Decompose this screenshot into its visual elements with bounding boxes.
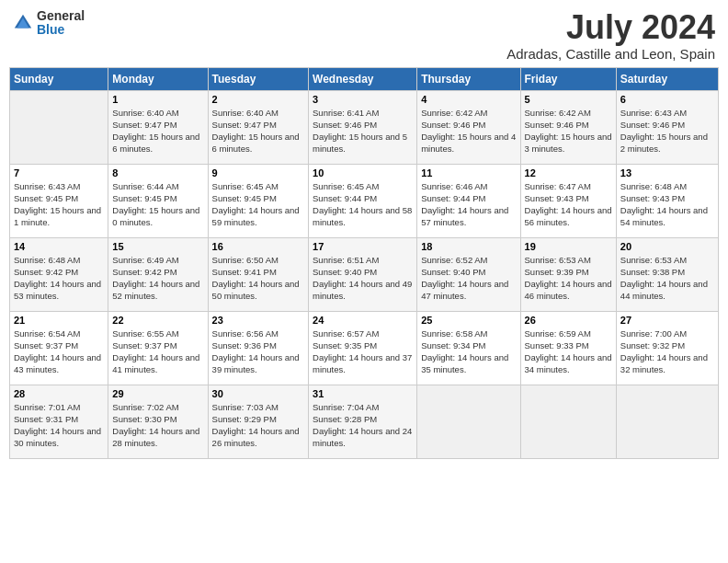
day-number: 1 [112, 94, 203, 105]
day-number: 15 [112, 241, 203, 252]
logo-icon [13, 13, 33, 33]
calendar-cell: 27Sunrise: 7:00 AMSunset: 9:32 PMDayligh… [616, 311, 718, 385]
day-number: 30 [212, 388, 304, 399]
logo-text: General Blue [37, 9, 85, 38]
day-number: 18 [421, 241, 516, 252]
day-info: Sunrise: 6:53 AMSunset: 9:39 PMDaylight:… [525, 254, 612, 303]
day-info: Sunrise: 6:47 AMSunset: 9:43 PMDaylight:… [525, 180, 612, 229]
calendar-cell: 8Sunrise: 6:44 AMSunset: 9:45 PMDaylight… [108, 164, 208, 237]
calendar-cell: 7Sunrise: 6:43 AMSunset: 9:45 PMDaylight… [10, 164, 108, 237]
day-info: Sunrise: 6:57 AMSunset: 9:35 PMDaylight:… [313, 327, 413, 376]
day-info: Sunrise: 6:49 AMSunset: 9:42 PMDaylight:… [112, 254, 203, 303]
day-number: 29 [112, 388, 203, 399]
day-info: Sunrise: 6:56 AMSunset: 9:36 PMDaylight:… [212, 327, 304, 376]
calendar-cell [520, 385, 616, 458]
day-number: 12 [525, 167, 612, 178]
day-number: 28 [14, 388, 104, 399]
day-number: 23 [212, 315, 304, 326]
calendar-body: 1Sunrise: 6:40 AMSunset: 9:47 PMDaylight… [10, 90, 719, 458]
calendar-cell: 5Sunrise: 6:42 AMSunset: 9:46 PMDaylight… [520, 90, 616, 164]
column-header-tuesday: Tuesday [208, 67, 308, 90]
day-number: 6 [620, 94, 714, 105]
day-info: Sunrise: 6:58 AMSunset: 9:34 PMDaylight:… [421, 327, 516, 376]
day-number: 7 [14, 167, 104, 178]
day-number: 31 [313, 388, 413, 399]
calendar-cell: 16Sunrise: 6:50 AMSunset: 9:41 PMDayligh… [208, 237, 308, 311]
calendar-week-3: 14Sunrise: 6:48 AMSunset: 9:42 PMDayligh… [10, 237, 719, 311]
column-header-saturday: Saturday [616, 67, 718, 90]
calendar-cell: 12Sunrise: 6:47 AMSunset: 9:43 PMDayligh… [520, 164, 616, 237]
day-number: 17 [313, 241, 413, 252]
calendar-cell: 20Sunrise: 6:53 AMSunset: 9:38 PMDayligh… [616, 237, 718, 311]
calendar-cell: 29Sunrise: 7:02 AMSunset: 9:30 PMDayligh… [108, 385, 208, 458]
column-header-thursday: Thursday [417, 67, 520, 90]
day-info: Sunrise: 6:52 AMSunset: 9:40 PMDaylight:… [421, 254, 516, 303]
calendar-week-2: 7Sunrise: 6:43 AMSunset: 9:45 PMDaylight… [10, 164, 719, 237]
day-number: 2 [212, 94, 304, 105]
calendar-table: SundayMondayTuesdayWednesdayThursdayFrid… [9, 67, 719, 459]
day-number: 25 [421, 315, 516, 326]
day-number: 22 [112, 315, 203, 326]
calendar-cell: 9Sunrise: 6:45 AMSunset: 9:45 PMDaylight… [208, 164, 308, 237]
day-number: 19 [525, 241, 612, 252]
column-header-monday: Monday [108, 67, 208, 90]
logo-general-text: General [37, 9, 85, 23]
day-number: 16 [212, 241, 304, 252]
calendar-cell: 24Sunrise: 6:57 AMSunset: 9:35 PMDayligh… [309, 311, 417, 385]
month-year-title: July 2024 [506, 9, 715, 46]
calendar-cell: 22Sunrise: 6:55 AMSunset: 9:37 PMDayligh… [108, 311, 208, 385]
calendar-cell: 11Sunrise: 6:46 AMSunset: 9:44 PMDayligh… [417, 164, 520, 237]
day-number: 8 [112, 167, 203, 178]
day-info: Sunrise: 6:46 AMSunset: 9:44 PMDaylight:… [421, 180, 516, 229]
day-number: 14 [14, 241, 104, 252]
calendar-cell: 1Sunrise: 6:40 AMSunset: 9:47 PMDaylight… [108, 90, 208, 164]
column-header-sunday: Sunday [10, 67, 108, 90]
calendar-cell: 31Sunrise: 7:04 AMSunset: 9:28 PMDayligh… [309, 385, 417, 458]
day-info: Sunrise: 6:55 AMSunset: 9:37 PMDaylight:… [112, 327, 203, 376]
calendar-cell [10, 90, 108, 164]
calendar-cell: 2Sunrise: 6:40 AMSunset: 9:47 PMDaylight… [208, 90, 308, 164]
logo-blue-text: Blue [37, 23, 85, 37]
day-number: 20 [620, 241, 714, 252]
day-info: Sunrise: 6:51 AMSunset: 9:40 PMDaylight:… [313, 254, 413, 303]
day-number: 4 [421, 94, 516, 105]
day-number: 10 [313, 167, 413, 178]
day-info: Sunrise: 6:40 AMSunset: 9:47 PMDaylight:… [212, 107, 304, 155]
page-header: General Blue July 2024 Adradas, Castille… [9, 9, 719, 62]
calendar-cell: 14Sunrise: 6:48 AMSunset: 9:42 PMDayligh… [10, 237, 108, 311]
day-number: 3 [313, 94, 413, 105]
day-info: Sunrise: 6:43 AMSunset: 9:46 PMDaylight:… [620, 107, 714, 155]
day-number: 13 [620, 167, 714, 178]
calendar-week-1: 1Sunrise: 6:40 AMSunset: 9:47 PMDaylight… [10, 90, 719, 164]
calendar-cell: 25Sunrise: 6:58 AMSunset: 9:34 PMDayligh… [417, 311, 520, 385]
day-info: Sunrise: 6:45 AMSunset: 9:45 PMDaylight:… [212, 180, 304, 229]
day-info: Sunrise: 6:40 AMSunset: 9:47 PMDaylight:… [112, 107, 203, 155]
day-info: Sunrise: 6:42 AMSunset: 9:46 PMDaylight:… [525, 107, 612, 155]
calendar-cell: 15Sunrise: 6:49 AMSunset: 9:42 PMDayligh… [108, 237, 208, 311]
day-info: Sunrise: 7:01 AMSunset: 9:31 PMDaylight:… [14, 401, 104, 450]
calendar-cell: 13Sunrise: 6:48 AMSunset: 9:43 PMDayligh… [616, 164, 718, 237]
calendar-cell [616, 385, 718, 458]
day-number: 24 [313, 315, 413, 326]
calendar-cell: 28Sunrise: 7:01 AMSunset: 9:31 PMDayligh… [10, 385, 108, 458]
day-number: 26 [525, 315, 612, 326]
day-info: Sunrise: 7:04 AMSunset: 9:28 PMDaylight:… [313, 401, 413, 450]
title-area: July 2024 Adradas, Castille and Leon, Sp… [506, 9, 715, 62]
calendar-week-5: 28Sunrise: 7:01 AMSunset: 9:31 PMDayligh… [10, 385, 719, 458]
day-info: Sunrise: 6:44 AMSunset: 9:45 PMDaylight:… [112, 180, 203, 229]
day-info: Sunrise: 6:42 AMSunset: 9:46 PMDaylight:… [421, 107, 516, 155]
calendar-cell: 21Sunrise: 6:54 AMSunset: 9:37 PMDayligh… [10, 311, 108, 385]
logo: General Blue [13, 9, 85, 38]
day-info: Sunrise: 6:45 AMSunset: 9:44 PMDaylight:… [313, 180, 413, 229]
day-info: Sunrise: 6:43 AMSunset: 9:45 PMDaylight:… [14, 180, 104, 229]
calendar-cell: 6Sunrise: 6:43 AMSunset: 9:46 PMDaylight… [616, 90, 718, 164]
column-header-friday: Friday [520, 67, 616, 90]
day-info: Sunrise: 6:41 AMSunset: 9:46 PMDaylight:… [313, 107, 413, 155]
calendar-header: SundayMondayTuesdayWednesdayThursdayFrid… [10, 67, 719, 90]
day-info: Sunrise: 7:00 AMSunset: 9:32 PMDaylight:… [620, 327, 714, 376]
day-info: Sunrise: 6:59 AMSunset: 9:33 PMDaylight:… [525, 327, 612, 376]
day-number: 21 [14, 315, 104, 326]
header-row: SundayMondayTuesdayWednesdayThursdayFrid… [10, 67, 719, 90]
calendar-cell [417, 385, 520, 458]
location-subtitle: Adradas, Castille and Leon, Spain [506, 46, 715, 62]
